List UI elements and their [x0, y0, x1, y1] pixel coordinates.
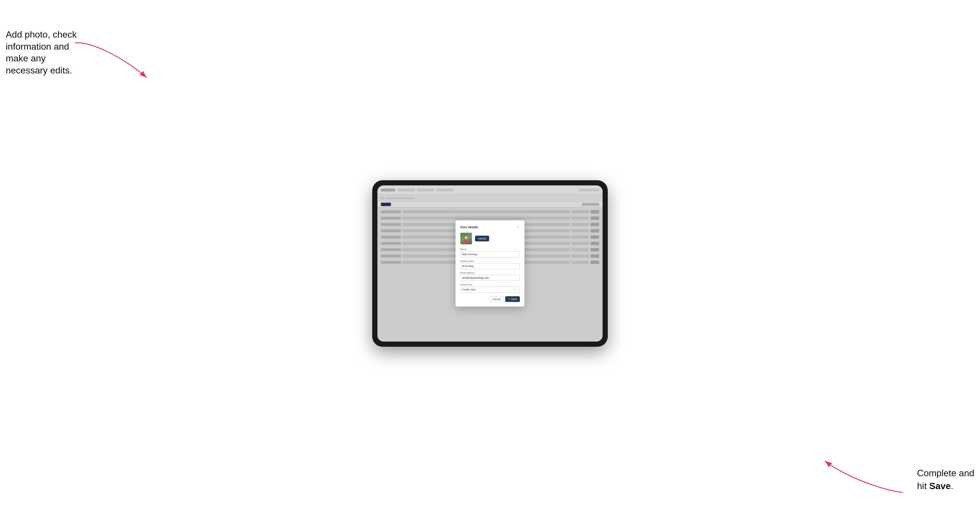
tablet-screen: User details ×: [377, 186, 603, 341]
modal-footer: Cancel ⇧ Save: [460, 296, 520, 302]
person-silhouette: [464, 236, 468, 243]
person-head: [465, 236, 468, 239]
user-details-modal: User details ×: [455, 221, 525, 306]
photo-section: Upload: [460, 232, 520, 244]
save-button[interactable]: ⇧ Save: [505, 296, 520, 302]
left-annotation: Add photo, check information and make an…: [6, 29, 77, 76]
modal-close-button[interactable]: ×: [516, 225, 520, 229]
name-label: Name: [460, 248, 520, 251]
save-icon: ⇧: [508, 298, 510, 300]
school-year-select[interactable]: Fourth Year: [460, 286, 520, 293]
modal-overlay: User details ×: [377, 186, 603, 341]
modal-title: User details: [460, 225, 478, 229]
name-input[interactable]: [460, 251, 520, 257]
upload-photo-button[interactable]: Upload: [475, 236, 489, 241]
right-annotation: Complete and hit Save.: [917, 467, 974, 492]
scene: Add photo, check information and make an…: [0, 0, 980, 527]
select-clear-icon[interactable]: ×: [514, 288, 515, 291]
modal-header: User details ×: [460, 225, 520, 229]
right-arrow-icon: [808, 444, 905, 501]
left-arrow-icon: [72, 35, 164, 92]
email-field-group: Email address: [460, 271, 520, 281]
person-body: [464, 240, 468, 243]
display-name-field-group: Display name: [460, 260, 520, 269]
school-year-label: School Year: [460, 283, 520, 286]
cancel-button[interactable]: Cancel: [489, 296, 503, 302]
school-year-field-group: School Year Fourth Year × ⌃⌄: [460, 283, 520, 293]
tablet-device: User details ×: [372, 180, 608, 347]
display-name-label: Display name: [460, 260, 520, 262]
display-name-input[interactable]: [460, 263, 520, 269]
profile-photo-thumbnail: [460, 232, 472, 244]
email-input[interactable]: [460, 275, 520, 281]
school-year-select-wrapper: Fourth Year × ⌃⌄: [460, 286, 520, 293]
name-field-group: Name: [460, 248, 520, 257]
email-label: Email address: [460, 271, 520, 274]
select-arrow-icon: ⌃⌄: [517, 287, 519, 292]
